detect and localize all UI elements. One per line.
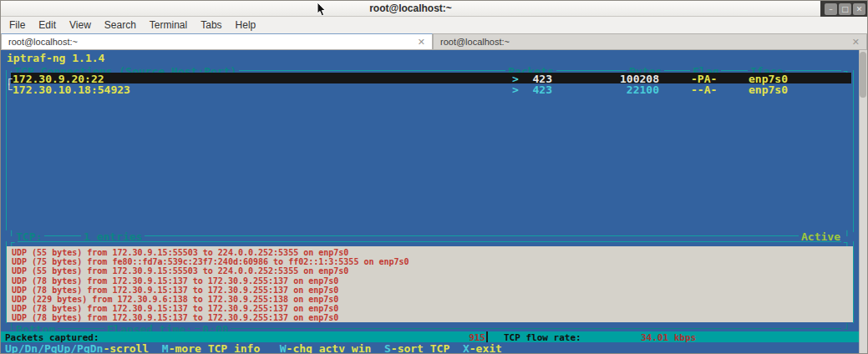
scrollbar-thumb[interactable] [860, 52, 866, 98]
close-button[interactable]: ✕ [853, 3, 865, 15]
log-line: UDP (78 bytes) from 172.30.9.15:137 to 1… [12, 276, 853, 286]
fn-desc: -chg actv win [287, 342, 372, 353]
terminal-window: root@localhost:~ – □ ✕ File Edit View Se… [0, 0, 868, 354]
status-bar: Packets captured: 915 TCP flow rate: 34.… [1, 331, 860, 342]
menu-file[interactable]: File [3, 18, 32, 33]
source-host-port: 172.30.10.18:54923 [13, 83, 130, 96]
window-controls: – □ ✕ [820, 1, 867, 17]
fn-key: M [162, 342, 169, 353]
tcp-connection-row[interactable]: └ 172.30.10.18:54923 > 423 22100 --A- en… [1, 83, 860, 94]
tcp-panel-border-right [853, 70, 854, 232]
window-title: root@localhost:~ [1, 3, 820, 14]
fn-desc: -more TCP info [169, 342, 261, 353]
iface-value: enp7s0 [749, 83, 788, 96]
log-line: UDP (78 bytes) from 172.30.9.15:137 to 1… [12, 313, 853, 322]
log-line: UDP (78 bytes) from 172.30.9.15:137 to 1… [12, 286, 853, 295]
log-line: UDP (55 bytes) from 172.30.9.15:55503 to… [12, 266, 853, 276]
menu-search[interactable]: Search [98, 18, 143, 33]
titlebar[interactable]: root@localhost:~ – □ ✕ [1, 1, 867, 17]
fn-desc: -scroll [103, 342, 149, 353]
tab-close-icon[interactable]: ✕ [418, 38, 425, 47]
menu-view[interactable]: View [63, 18, 98, 33]
fn-key: Up/Dn/PgUp/PgDn [5, 342, 103, 353]
function-key-bar: Up/Dn/PgUp/PgDn-scroll M-more TCP info W… [1, 342, 860, 353]
tab-bar: root@localhost:~ ✕ root@localhost:~ ✕ [1, 33, 867, 50]
log-line: UDP (75 bytes) from fe80::fd7a:539c:23f7… [12, 257, 853, 266]
log-line: UDP (78 bytes) from 172.30.9.15:137 to 1… [12, 304, 853, 313]
status-divider [486, 331, 488, 342]
menu-help[interactable]: Help [229, 18, 263, 33]
iptraf-version: iptraf-ng 1.1.4 [7, 52, 104, 64]
tab-inactive[interactable]: root@localhost:~ ✕ [433, 33, 867, 50]
terminal-screen[interactable]: iptraf-ng 1.1.4 ┌ TCP Connections (Sourc… [1, 50, 867, 353]
direction-arrow-icon: > [512, 83, 519, 96]
fn-key: W [280, 342, 287, 353]
tab-active[interactable]: root@localhost:~ ✕ [1, 33, 433, 50]
packets-value: 423 [520, 83, 552, 96]
bytes-value: 22100 [552, 83, 659, 96]
flag-value: --A- [691, 83, 717, 96]
tab-close-icon[interactable]: ✕ [852, 38, 860, 47]
log-panel-border-right [853, 241, 854, 323]
tab-label: root@localhost:~ [8, 37, 78, 47]
tcp-connection-row[interactable]: ┌ 172.30.9.20:22 > 423 100208 -PA- enp7s… [1, 73, 860, 83]
fn-desc: -exit [470, 342, 502, 353]
mouse-cursor-icon [317, 3, 327, 17]
fn-desc: -sort TCP [391, 342, 449, 353]
pair-bracket-icon: └ [6, 83, 13, 96]
tab-label: root@localhost:~ [440, 37, 510, 47]
log-line: UDP (55 bytes) from 172.30.9.15:55503 to… [12, 248, 853, 257]
fn-key: X [463, 342, 470, 353]
fn-key: S [384, 342, 391, 353]
menu-edit[interactable]: Edit [32, 18, 63, 33]
menu-terminal[interactable]: Terminal [143, 18, 194, 33]
log-line: UDP (229 bytes) from 172.30.9.6:138 to 1… [12, 295, 853, 304]
menu-tabs[interactable]: Tabs [194, 18, 228, 33]
maximize-button[interactable]: □ [839, 3, 851, 15]
selection-highlight [11, 73, 851, 83]
terminal-scrollbar[interactable] [859, 50, 867, 353]
packet-log-panel[interactable]: UDP (55 bytes) from 172.30.9.15:55503 to… [7, 246, 853, 322]
minimize-button[interactable]: – [825, 3, 837, 15]
menubar: File Edit View Search Terminal Tabs Help [1, 17, 867, 33]
